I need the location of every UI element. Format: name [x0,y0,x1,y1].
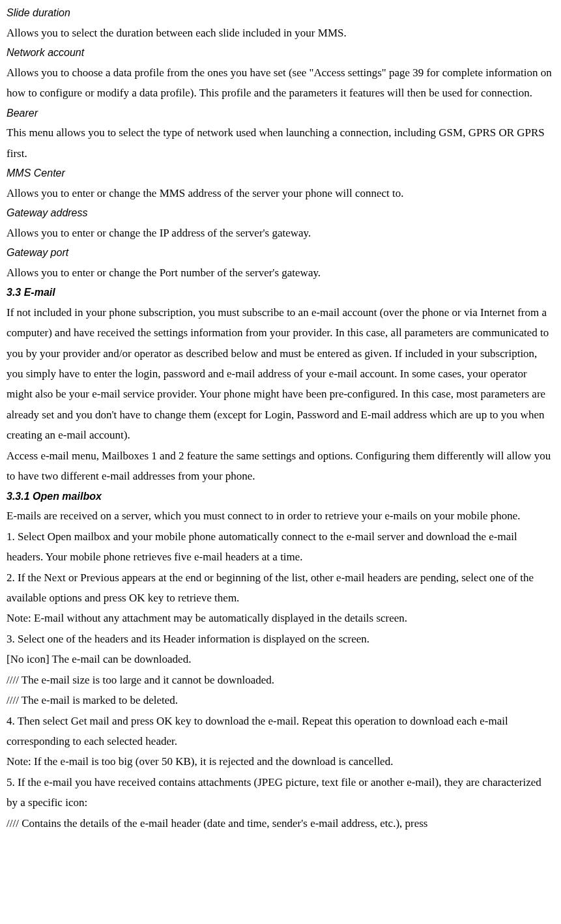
body-email-2: Access e-mail menu, Mailboxes 1 and 2 fe… [7,446,554,487]
icon-line-3: //// Contains the details of the e-mail … [7,813,554,833]
step-5: 5. If the e-mail you have received conta… [7,772,554,813]
heading-open-mailbox: 3.3.1 Open mailbox [7,487,554,506]
step-4: 4. Then select Get mail and press OK key… [7,711,554,752]
heading-network-account: Network account [7,43,554,63]
note-1: Note: E-mail without any attachment may … [7,608,554,628]
heading-gateway-address: Gateway address [7,203,554,223]
no-icon-line: [No icon] The e-mail can be downloaded. [7,649,554,669]
note-2: Note: If the e-mail is too big (over 50 … [7,751,554,772]
step-3: 3. Select one of the headers and its Hea… [7,629,554,649]
icon-line-2: //// The e-mail is marked to be deleted. [7,690,554,710]
icon-line-1: //// The e-mail size is too large and it… [7,670,554,690]
step-1: 1. Select Open mailbox and your mobile p… [7,527,554,568]
heading-mms-center: MMS Center [7,164,554,183]
body-slide-duration: Allows you to select the duration betwee… [7,23,554,43]
body-open-mailbox-1: E-mails are received on a server, which … [7,506,554,526]
body-gateway-port: Allows you to enter or change the Port n… [7,263,554,283]
heading-slide-duration: Slide duration [7,3,554,23]
body-email-1: If not included in your phone subscripti… [7,302,554,446]
body-gateway-address: Allows you to enter or change the IP add… [7,223,554,243]
heading-bearer: Bearer [7,104,554,123]
body-network-account: Allows you to choose a data profile from… [7,63,554,104]
step-2: 2. If the Next or Previous appears at th… [7,568,554,609]
heading-gateway-port: Gateway port [7,243,554,263]
body-bearer: This menu allows you to select the type … [7,123,554,164]
heading-email: 3.3 E-mail [7,283,554,302]
body-mms-center: Allows you to enter or change the MMS ad… [7,183,554,203]
